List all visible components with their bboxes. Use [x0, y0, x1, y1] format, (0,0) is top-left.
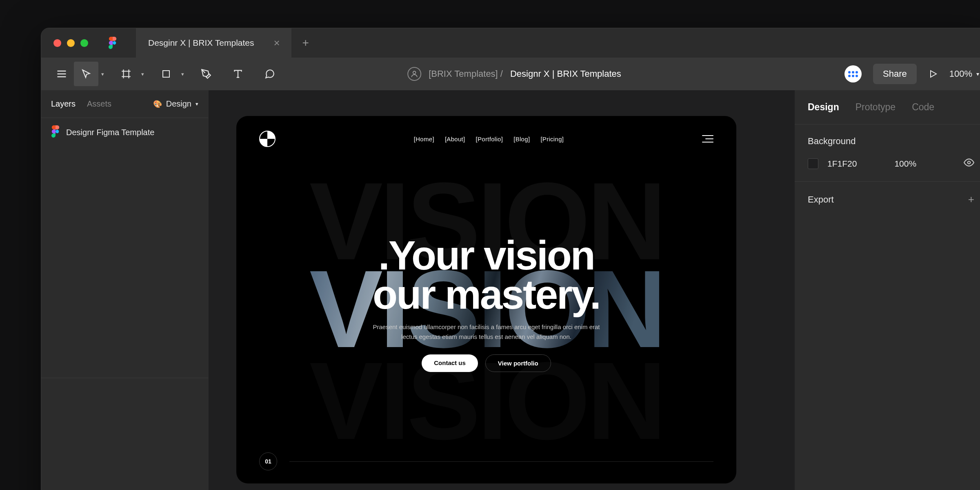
hero: .Your vision our mastery. Praesent euism…: [236, 124, 736, 483]
text-tool[interactable]: [226, 62, 250, 86]
move-tool-caret[interactable]: ▾: [98, 62, 107, 86]
export-title: Export: [808, 194, 834, 205]
color-hex[interactable]: 1F1F20: [827, 159, 857, 169]
file-tab[interactable]: Desginr X | BRIX Templates ×: [136, 28, 291, 58]
cta-portfolio-button[interactable]: View portfolio: [485, 354, 551, 372]
page-dropdown[interactable]: 🎨 Design ▾: [153, 99, 198, 109]
toolbar-title[interactable]: [BRIX Templates] /Designr X | BRIX Templ…: [407, 67, 621, 81]
page-dropdown-label: Design: [166, 99, 191, 109]
add-export-button[interactable]: +: [968, 193, 974, 206]
tab-assets[interactable]: Assets: [87, 99, 111, 109]
right-panel: Design Prototype Code Background 1F1F20 …: [795, 90, 980, 490]
main-menu-button[interactable]: [49, 62, 74, 86]
hero-title-line2: our mastery.: [373, 275, 600, 314]
color-opacity[interactable]: 100%: [894, 159, 916, 169]
svg-point-0: [113, 41, 116, 45]
svg-point-14: [968, 161, 971, 164]
tab-layers[interactable]: Layers: [51, 99, 76, 109]
color-swatch[interactable]: [808, 158, 818, 169]
panel-divider: [41, 378, 208, 378]
hero-title-line1: .Your vision: [373, 236, 600, 275]
comment-tool[interactable]: [258, 62, 282, 86]
figma-window: Desginr X | BRIX Templates × + ▾ ▾: [41, 28, 980, 490]
svg-point-11: [413, 71, 416, 74]
move-tool[interactable]: [74, 62, 98, 86]
toolbar-left: ▾ ▾ ▾: [49, 62, 282, 86]
export-section: Export +: [795, 182, 980, 217]
window-minimize[interactable]: [67, 39, 75, 47]
figma-logo-icon[interactable]: [107, 37, 119, 49]
titlebar: Desginr X | BRIX Templates × +: [41, 28, 980, 58]
shape-tool[interactable]: [154, 62, 178, 86]
layers-list: Designr Figma Template: [41, 118, 208, 490]
palette-icon: 🎨: [153, 100, 162, 109]
svg-rect-8: [163, 71, 169, 77]
svg-marker-12: [931, 71, 936, 77]
shape-tool-caret[interactable]: ▾: [178, 62, 187, 86]
chevron-down-icon: ▾: [196, 101, 198, 107]
figma-file-icon: [51, 125, 60, 140]
toolbar-right: Share 100% ▾: [844, 64, 979, 84]
visibility-toggle-icon[interactable]: [964, 157, 974, 170]
slide-indicator: 01: [259, 452, 277, 470]
file-tab-title: Desginr X | BRIX Templates: [148, 38, 254, 48]
zoom-dropdown[interactable]: 100% ▾: [949, 69, 979, 79]
project-name: [BRIX Templates] /: [429, 69, 503, 79]
tab-prototype[interactable]: Prototype: [856, 102, 896, 113]
cta-contact-button[interactable]: Contact us: [422, 354, 478, 372]
owner-avatar-icon: [407, 67, 421, 81]
slide-indicator-row: 01: [259, 452, 713, 470]
layer-name: Designr Figma Template: [66, 128, 154, 137]
share-button[interactable]: Share: [873, 64, 917, 84]
tab-strip: Desginr X | BRIX Templates × +: [136, 28, 320, 58]
left-panel-tabs: Layers Assets 🎨 Design ▾: [41, 90, 208, 118]
hero-cta-row: Contact us View portfolio: [422, 354, 551, 372]
hero-subtitle: Praesent euismod ullamcorper non facilis…: [370, 322, 603, 341]
slide-track: [289, 461, 713, 462]
background-title: Background: [808, 136, 974, 147]
frame-tool[interactable]: [114, 62, 138, 86]
left-panel: Layers Assets 🎨 Design ▾ Designr Figma T…: [41, 90, 209, 490]
file-name: Designr X | BRIX Templates: [510, 69, 621, 79]
frame-tool-caret[interactable]: ▾: [138, 62, 147, 86]
close-tab-icon[interactable]: ×: [274, 38, 280, 48]
background-section: Background 1F1F20 100%: [795, 125, 980, 182]
present-button[interactable]: [928, 69, 938, 79]
pen-tool[interactable]: [194, 62, 218, 86]
window-close[interactable]: [53, 39, 61, 47]
zoom-value: 100%: [949, 69, 972, 79]
right-panel-tabs: Design Prototype Code: [795, 90, 980, 125]
new-tab-button[interactable]: +: [291, 28, 320, 58]
canvas[interactable]: [Home] [About] [Portfolio] [Blog] [Prici…: [209, 90, 795, 490]
user-avatar[interactable]: [844, 65, 862, 82]
main-area: Layers Assets 🎨 Design ▾ Designr Figma T…: [41, 90, 980, 490]
artboard[interactable]: [Home] [About] [Portfolio] [Blog] [Prici…: [236, 116, 736, 483]
hero-title: .Your vision our mastery.: [373, 236, 600, 314]
window-controls: [41, 39, 88, 47]
tab-code[interactable]: Code: [912, 102, 934, 113]
layer-row[interactable]: Designr Figma Template: [41, 118, 208, 147]
tab-design[interactable]: Design: [808, 102, 839, 113]
background-color-row: 1F1F20 100%: [808, 157, 974, 170]
chevron-down-icon: ▾: [976, 71, 979, 77]
svg-point-13: [56, 130, 59, 133]
toolbar: ▾ ▾ ▾: [41, 58, 980, 90]
window-maximize[interactable]: [80, 39, 88, 47]
